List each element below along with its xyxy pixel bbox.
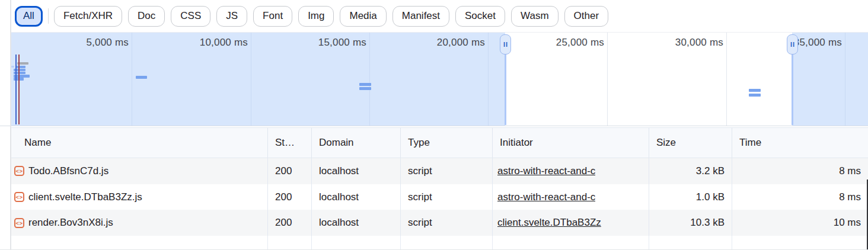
column-header-time[interactable]: Time — [732, 128, 868, 158]
cell-name: <>Todo.ABfsnC7d.js — [11, 158, 268, 184]
request-name-label: render.Bov3nX8i.js — [28, 217, 113, 229]
timeline-tick-label: 10,000 ms — [153, 37, 248, 49]
cell-initiator: client.svelte.DTbaB3Zz — [493, 210, 649, 236]
window-left-resize-handle[interactable]: II — [500, 34, 511, 55]
column-header-size[interactable]: Size — [649, 128, 732, 158]
filter-socket[interactable]: Socket — [455, 6, 505, 27]
cell-domain: localhost — [312, 210, 401, 236]
cell-type: script — [401, 158, 493, 184]
cell-type: script — [401, 210, 493, 236]
filter-fetch-xhr[interactable]: Fetch/XHR — [54, 6, 122, 27]
requests-table-body: <>Todo.ABfsnC7d.js200localhostscriptastr… — [11, 158, 868, 236]
cell-status: 200 — [268, 210, 312, 236]
cell-time: 8 ms — [732, 158, 868, 184]
cell-status: 200 — [268, 184, 312, 210]
timeline-tick-label: 25,000 ms — [509, 37, 604, 49]
requests-table: NameSt…DomainTypeInitiatorSizeTime <>Tod… — [11, 127, 868, 249]
filter-css[interactable]: CSS — [171, 6, 210, 27]
overview-request-bar — [749, 89, 761, 92]
filter-chip-list: AllFetch/XHRDocCSSJSFontImgMediaManifest… — [11, 0, 868, 32]
column-header-type[interactable]: Type — [401, 128, 493, 158]
column-header-domain[interactable]: Domain — [312, 128, 401, 158]
overview-request-bar — [136, 76, 147, 79]
filler-cell-type — [401, 236, 493, 249]
filter-other[interactable]: Other — [564, 6, 609, 27]
column-header-initiator[interactable]: Initiator — [493, 128, 649, 158]
filter-all[interactable]: All — [15, 6, 43, 27]
cell-domain: localhost — [312, 158, 401, 184]
filler-cell-initiator — [493, 236, 649, 249]
script-file-icon: <> — [14, 166, 24, 176]
devtools-network-panel: AllFetch/XHRDocCSSJSFontImgMediaManifest… — [0, 0, 868, 250]
filler-cell-domain — [312, 236, 401, 249]
network-overview-timeline[interactable]: 5,000 ms10,000 ms15,000 ms20,000 ms25,00… — [0, 33, 868, 126]
overview-request-bar — [749, 94, 761, 97]
filler-cell-size — [649, 236, 732, 249]
initiator-link[interactable]: client.svelte.DTbaB3Zz — [497, 217, 601, 229]
requests-table-header: NameSt…DomainTypeInitiatorSizeTime — [11, 127, 868, 158]
table-row[interactable]: <>client.svelte.DTbaB3Zz.js200localhosts… — [11, 184, 868, 210]
panel-left-border — [10, 0, 11, 249]
overview-request-bar — [11, 66, 14, 68]
timeline-tick-label: 5,000 ms — [34, 37, 129, 49]
cell-status: 200 — [268, 158, 312, 184]
initiator-link[interactable]: astro-with-react-and-c — [497, 165, 595, 177]
table-row[interactable]: <>render.Bov3nX8i.js200localhostscriptcl… — [11, 210, 868, 236]
cell-time: 8 ms — [732, 184, 868, 210]
cell-type: script — [401, 184, 493, 210]
overview-request-bar — [15, 66, 25, 68]
filter-img[interactable]: Img — [298, 6, 334, 27]
timeline-gridline — [726, 33, 727, 126]
cell-size: 10.3 kB — [649, 210, 732, 236]
timeline-gridline — [607, 33, 608, 126]
cell-time: 10 ms — [732, 210, 868, 236]
script-file-icon: <> — [14, 218, 24, 228]
window-right-resize-handle[interactable]: II — [787, 34, 798, 55]
filler-cell-name — [11, 236, 268, 249]
filter-media[interactable]: Media — [340, 6, 386, 27]
script-file-icon: <> — [14, 192, 24, 202]
filler-cell-status — [268, 236, 312, 249]
filter-manifest[interactable]: Manifest — [392, 6, 449, 27]
filter-doc[interactable]: Doc — [128, 6, 165, 27]
network-filter-bar: AllFetch/XHRDocCSSJSFontImgMediaManifest… — [11, 0, 868, 33]
timeline-tick-label: 15,000 ms — [272, 37, 366, 49]
filter-font[interactable]: Font — [253, 6, 292, 27]
cell-name: <>client.svelte.DTbaB3Zz.js — [11, 184, 268, 210]
filter-divider — [48, 8, 49, 24]
filler-cell-time — [732, 236, 868, 249]
domcontentloaded-event-line — [15, 55, 17, 124]
timeline-tick-label: 30,000 ms — [628, 37, 723, 49]
table-row[interactable]: <>Todo.ABfsnC7d.js200localhostscriptastr… — [11, 158, 868, 184]
load-event-line — [18, 55, 20, 124]
filter-js[interactable]: JS — [216, 6, 247, 27]
cell-domain: localhost — [312, 184, 401, 210]
column-header-name[interactable]: Name — [11, 128, 268, 158]
column-header-status[interactable]: St… — [268, 128, 312, 158]
cell-initiator: astro-with-react-and-c — [493, 158, 649, 184]
overview-request-bar — [359, 87, 371, 90]
request-name-label: client.svelte.DTbaB3Zz.js — [28, 191, 142, 203]
cell-size: 1.0 kB — [649, 184, 732, 210]
requests-table-filler-row — [11, 236, 868, 249]
cell-name: <>render.Bov3nX8i.js — [11, 210, 268, 236]
overview-request-bar — [359, 83, 371, 86]
request-name-label: Todo.ABfsnC7d.js — [28, 165, 108, 177]
timeline-tick-label: 20,000 ms — [390, 37, 485, 49]
cell-size: 3.2 kB — [649, 158, 732, 184]
filter-wasm[interactable]: Wasm — [511, 6, 559, 27]
initiator-link[interactable]: astro-with-react-and-c — [497, 191, 595, 203]
cell-initiator: astro-with-react-and-c — [493, 184, 649, 210]
